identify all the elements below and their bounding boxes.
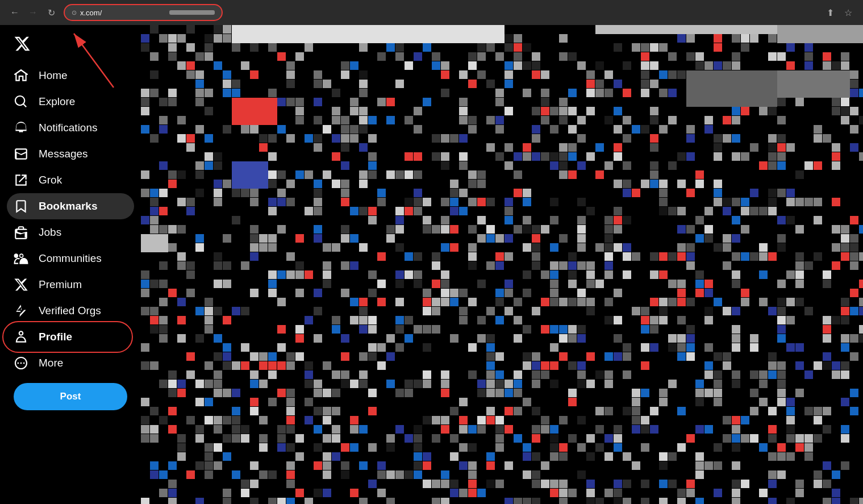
url-blurred-portion [169,10,215,15]
post-button[interactable]: Post [14,383,127,410]
more-label: More [39,357,63,370]
sidebar-item-notifications[interactable]: Notifications [7,115,134,141]
address-bar[interactable]: ⊙ x.com/ [64,4,223,21]
briefcase-icon [14,225,28,240]
bookmarks-label: Bookmarks [39,200,98,213]
sidebar: Home Explore Notifications Messages Grok [0,25,141,504]
refresh-button[interactable]: ↻ [43,5,59,20]
premium-label: Premium [39,278,82,291]
bookmark-star-button[interactable]: ☆ [840,5,856,20]
browser-actions: ⬆ ☆ [822,5,856,20]
bell-icon [14,120,28,135]
site-icon: ⊙ [72,9,77,16]
share-button[interactable]: ⬆ [822,5,838,20]
sidebar-item-messages[interactable]: Messages [7,141,134,167]
sidebar-item-jobs[interactable]: Jobs [7,219,134,245]
content-area [141,25,863,504]
sidebar-item-home[interactable]: Home [7,63,134,89]
search-icon [14,94,28,109]
notifications-label: Notifications [39,122,98,135]
sidebar-item-bookmarks[interactable]: Bookmarks [7,193,134,219]
sidebar-item-explore[interactable]: Explore [7,89,134,115]
messages-label: Messages [39,148,88,161]
sidebar-item-communities[interactable]: Communities [7,245,134,272]
x-logo[interactable] [7,30,134,60]
x-premium-icon [14,277,28,292]
lightning-icon [14,303,28,318]
profile-label: Profile [39,331,72,344]
envelope-icon [14,147,28,161]
sidebar-item-premium[interactable]: Premium [7,272,134,298]
bookmark-icon [14,199,28,214]
browser-chrome: ← → ↻ ⊙ x.com/ ⬆ ☆ [0,0,863,25]
person-icon [14,330,28,344]
sidebar-item-profile[interactable]: Profile [7,324,134,350]
home-icon [14,68,28,83]
url-text: x.com/ [80,9,167,17]
sidebar-item-more[interactable]: More [7,350,134,376]
dots-circle-icon [14,356,28,370]
people-icon [14,251,28,266]
home-label: Home [39,69,68,82]
explore-label: Explore [39,95,75,109]
forward-button[interactable]: → [25,5,41,20]
sidebar-item-verified-orgs[interactable]: Verified Orgs [7,298,134,324]
main-layout: Home Explore Notifications Messages Grok [0,25,863,504]
back-button[interactable]: ← [7,5,23,20]
communities-label: Communities [39,252,102,265]
x-logo-icon [14,35,31,52]
pixel-background [141,25,863,504]
grok-icon [14,173,28,188]
sidebar-item-grok[interactable]: Grok [7,167,134,193]
browser-nav-buttons: ← → ↻ [7,5,59,20]
jobs-label: Jobs [39,226,61,239]
grok-label: Grok [39,174,62,187]
verified-orgs-label: Verified Orgs [39,305,101,318]
